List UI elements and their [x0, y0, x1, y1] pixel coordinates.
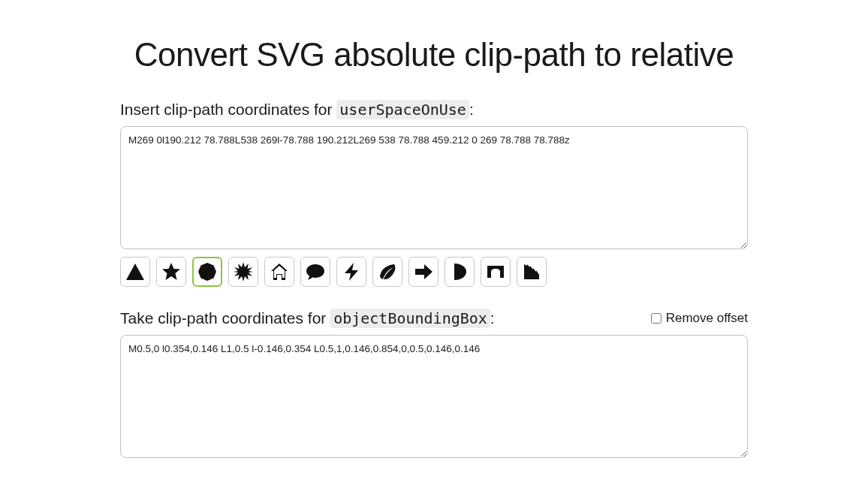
burst-icon	[233, 261, 254, 282]
arrow-icon	[413, 261, 434, 282]
chat-icon	[305, 261, 326, 282]
house-icon	[269, 261, 290, 282]
octagon-icon	[197, 261, 218, 282]
shape-chat-button[interactable]	[300, 257, 330, 287]
bridge-icon	[485, 261, 506, 282]
userspace-code: userSpaceOnUse	[336, 100, 469, 119]
triangle-icon	[125, 261, 146, 282]
star-icon	[161, 261, 182, 282]
output-header-row: Take clip-path coordinates for objectBou…	[120, 309, 748, 327]
shape-halfcircle-button[interactable]	[445, 257, 475, 287]
objectbbox-code: objectBoundingBox	[330, 309, 490, 328]
leaf-icon	[377, 261, 398, 282]
shape-saw-button[interactable]	[517, 257, 547, 287]
halfcircle-icon	[449, 261, 470, 282]
shape-bridge-button[interactable]	[481, 257, 511, 287]
page-title: Convert SVG absolute clip-path to relati…	[120, 36, 748, 74]
main-container: Convert SVG absolute clip-path to relati…	[120, 0, 748, 488]
shape-house-button[interactable]	[264, 257, 294, 287]
shape-presets-row	[120, 257, 748, 287]
remove-offset-label[interactable]: Remove offset	[651, 311, 748, 327]
shape-octagon-button[interactable]	[192, 257, 222, 287]
output-label-prefix: Take clip-path coordinates for	[120, 309, 330, 327]
remove-offset-checkbox[interactable]	[651, 313, 662, 324]
shape-bolt-button[interactable]	[336, 257, 366, 287]
output-label: Take clip-path coordinates for objectBou…	[120, 309, 495, 327]
shape-burst-button[interactable]	[228, 257, 258, 287]
input-label-suffix: :	[469, 101, 474, 118]
input-label: Insert clip-path coordinates for userSpa…	[120, 101, 748, 119]
shape-arrow-button[interactable]	[408, 257, 439, 287]
input-textarea[interactable]	[120, 126, 748, 249]
output-label-suffix: :	[490, 309, 495, 327]
input-label-prefix: Insert clip-path coordinates for	[120, 101, 336, 118]
shape-triangle-button[interactable]	[120, 257, 150, 287]
saw-icon	[521, 261, 542, 282]
bolt-icon	[341, 261, 362, 282]
output-textarea[interactable]	[120, 335, 748, 458]
remove-offset-text: Remove offset	[666, 311, 748, 326]
shape-star-button[interactable]	[156, 257, 186, 287]
shape-leaf-button[interactable]	[372, 257, 402, 287]
